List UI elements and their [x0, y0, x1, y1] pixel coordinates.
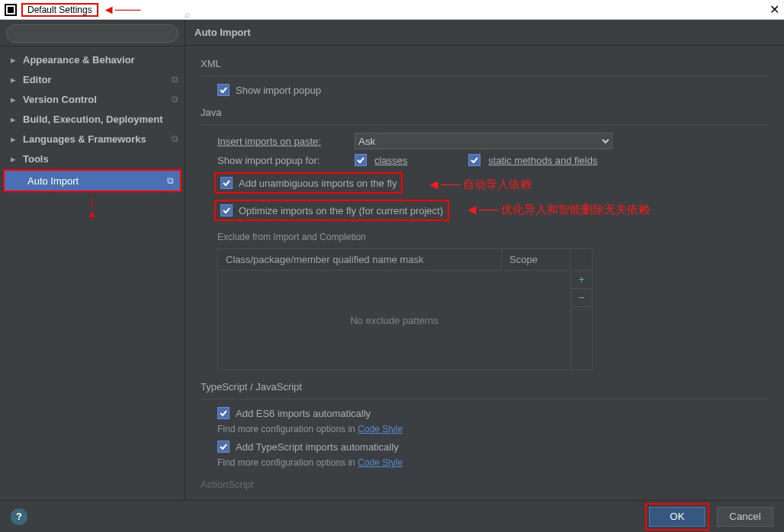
- highlight-optimize: Optimize imports on the fly (for current…: [214, 200, 449, 221]
- project-icon: ⧉: [172, 133, 178, 144]
- highlight-unambiguous: Add unambiguous imports on the fly: [214, 172, 403, 194]
- checkbox-static[interactable]: [468, 154, 480, 166]
- checkbox-label: Add ES6 imports automatically: [236, 408, 371, 419]
- app-icon: [5, 4, 17, 16]
- sidebar-item-label: Auto Import: [27, 175, 162, 187]
- help-icon[interactable]: ?: [11, 508, 27, 525]
- exclude-title: Exclude from Import and Completion: [217, 232, 769, 242]
- sidebar-item-lang[interactable]: ▸ Languages & Frameworks ⧉: [0, 129, 185, 149]
- project-icon: ⧉: [172, 74, 178, 85]
- chevron-right-icon: ▸: [11, 94, 18, 105]
- checkbox-label: Add unambiguous imports on the fly: [239, 178, 397, 189]
- checkbox-label: Optimize imports on the fly (for current…: [239, 205, 443, 216]
- checkbox-classes[interactable]: [355, 154, 367, 166]
- col-scope[interactable]: Scope: [502, 249, 570, 270]
- project-icon: ⧉: [167, 175, 174, 186]
- sidebar-item-vcs[interactable]: ▸ Version Control ⧉: [0, 89, 185, 109]
- annotation-text: 优化导入和智能删除无关依赖: [501, 203, 650, 217]
- remove-icon[interactable]: −: [571, 289, 592, 307]
- ok-button[interactable]: OK: [649, 507, 705, 527]
- section-xml: XML: [201, 58, 769, 69]
- sidebar-item-editor[interactable]: ▸ Editor ⧉: [0, 69, 185, 89]
- section-java: Java: [201, 107, 769, 118]
- project-icon: ⧉: [172, 94, 178, 104]
- sidebar-item-appearance[interactable]: ▸ Appearance & Behavior: [0, 50, 185, 69]
- find-more-text: Find more configuration options in: [217, 424, 358, 434]
- sidebar-item-build[interactable]: ▸ Build, Execution, Deployment: [0, 109, 185, 129]
- sidebar-item-tools[interactable]: ▸ Tools: [0, 149, 185, 168]
- checkbox-optimize-imports[interactable]: [220, 204, 233, 216]
- window-title: Default Settings: [21, 3, 98, 17]
- checkbox-show-import-popup-xml[interactable]: [217, 84, 230, 96]
- search-input[interactable]: [6, 24, 178, 43]
- annotation-arrow-icon: ◄───: [103, 3, 141, 17]
- classes-label: classes: [374, 155, 407, 166]
- chevron-right-icon: ▸: [11, 74, 18, 85]
- chevron-right-icon: ▸: [11, 54, 18, 66]
- sidebar: ⌕ ▸ Appearance & Behavior ▸ Editor ⧉ ▸ V…: [0, 20, 185, 500]
- checkbox-add-unambiguous[interactable]: [220, 177, 233, 189]
- sidebar-item-label: Tools: [23, 153, 178, 165]
- annotation-optimize: ◄── 优化导入和智能删除无关依赖: [465, 202, 650, 218]
- chevron-right-icon: ▸: [11, 133, 18, 145]
- cancel-button[interactable]: Cancel: [717, 507, 773, 527]
- code-style-link[interactable]: Code Style: [358, 424, 403, 434]
- insert-imports-select[interactable]: Ask: [355, 133, 612, 149]
- sidebar-item-label: Build, Execution, Deployment: [23, 114, 178, 125]
- svg-rect-2: [8, 7, 14, 13]
- col-tools: [570, 249, 592, 270]
- section-as: ActionScript: [201, 479, 769, 490]
- titlebar: Default Settings ◄─── ✕: [0, 0, 784, 20]
- code-style-link[interactable]: Code Style: [358, 457, 403, 468]
- sidebar-item-auto-import[interactable]: Auto Import ⧉: [5, 171, 180, 191]
- table-empty: No exclude patterns: [218, 271, 570, 370]
- page-title: Auto Import: [185, 20, 784, 46]
- checkbox-label: Add TypeScript imports automatically: [236, 441, 399, 453]
- insert-imports-label: Insert imports on paste:: [217, 136, 347, 147]
- close-icon[interactable]: ✕: [757, 2, 779, 17]
- annotation-arrow-icon: │▲: [0, 197, 185, 220]
- sidebar-item-label: Editor: [23, 74, 167, 85]
- find-more-text: Find more configuration options in: [217, 457, 358, 468]
- sidebar-item-label: Appearance & Behavior: [23, 54, 178, 66]
- sidebar-item-label: Languages & Frameworks: [23, 133, 167, 145]
- exclude-table: Class/package/member qualified name mask…: [217, 248, 593, 370]
- show-import-popup-label: Show import popup for:: [217, 155, 347, 166]
- checkbox-label: Show import popup: [236, 85, 321, 96]
- add-icon[interactable]: +: [571, 271, 592, 289]
- checkbox-es6[interactable]: [217, 407, 230, 419]
- footer: ? OK Cancel: [0, 500, 784, 532]
- annotation-text: 自动导入依赖: [463, 178, 532, 192]
- col-mask[interactable]: Class/package/member qualified name mask: [218, 249, 502, 270]
- sidebar-item-label: Version Control: [23, 94, 167, 105]
- annotation-auto-import: ◄── 自动导入依赖: [427, 177, 532, 193]
- search-icon: ⌕: [185, 9, 190, 20]
- section-ts: TypeScript / JavaScript: [201, 381, 769, 393]
- checkbox-ts-imports[interactable]: [217, 441, 230, 453]
- chevron-right-icon: ▸: [11, 153, 18, 165]
- static-label: static methods and fields: [488, 155, 597, 166]
- chevron-right-icon: ▸: [11, 114, 18, 125]
- main-panel: Auto Import XML Show import popup Java I…: [185, 20, 784, 500]
